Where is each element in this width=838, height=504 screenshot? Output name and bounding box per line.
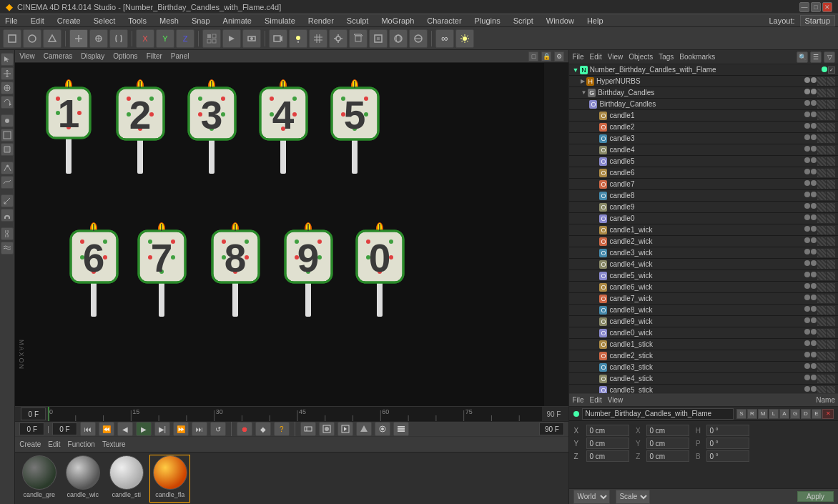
menu-simulate[interactable]: Simulate xyxy=(262,16,297,26)
attr-icon2[interactable]: R xyxy=(747,409,757,419)
playback-extra-btn[interactable] xyxy=(393,422,409,436)
menu-mograph[interactable]: MoGraph xyxy=(379,16,416,26)
om-item-candle3_stick[interactable]: O candle3_stick xyxy=(569,362,838,373)
sidebar-scale-btn[interactable] xyxy=(1,81,14,94)
om-item-candle9_wick[interactable]: O candle9_wick xyxy=(569,316,838,327)
om-item-candle4_stick[interactable]: O candle4_stick xyxy=(569,373,838,385)
attr-menu-view[interactable]: View xyxy=(608,396,623,404)
sidebar-measure-btn[interactable] xyxy=(1,194,14,207)
coord-h-input[interactable] xyxy=(706,425,749,436)
sidebar-edges-btn[interactable] xyxy=(1,129,14,142)
timeline-current-input[interactable] xyxy=(21,407,46,420)
sidebar-hair-btn[interactable] xyxy=(1,227,14,240)
mat-menu-create[interactable]: Create xyxy=(19,440,41,448)
om-item-candle5_wick[interactable]: O candle5_wick xyxy=(569,270,838,282)
coord-scale-select[interactable]: Scale Size xyxy=(616,490,650,504)
attr-name-input[interactable] xyxy=(582,408,734,420)
coord-z-rot-input[interactable] xyxy=(646,450,689,462)
rt-search-icon[interactable]: 🔍 xyxy=(797,51,808,63)
om-item-candle1_wick[interactable]: O candle1_wick xyxy=(569,224,838,236)
om-item-candle7_wick[interactable]: O candle7_wick xyxy=(569,293,838,305)
apply-button[interactable]: Apply xyxy=(797,491,834,502)
toolbar-poly-btn[interactable] xyxy=(202,29,221,48)
coord-y-pos-input[interactable] xyxy=(586,438,629,449)
menu-sculpt[interactable]: Sculpt xyxy=(345,16,371,26)
mat-menu-texture[interactable]: Texture xyxy=(102,440,126,448)
menu-plugins[interactable]: Plugins xyxy=(473,16,503,26)
attr-icon6[interactable]: G xyxy=(790,409,800,419)
viewport-canvas[interactable]: 1 xyxy=(15,63,568,406)
coord-x-rot-input[interactable] xyxy=(646,425,689,436)
playback-prev-frame-btn[interactable]: ◀ xyxy=(117,422,133,436)
playback-end-frame[interactable] xyxy=(539,423,564,435)
om-item-candle2_wick[interactable]: O candle2_wick xyxy=(569,236,838,247)
material-swatch-candle-fla[interactable]: candle_fla xyxy=(150,455,189,502)
coord-space-select[interactable]: World Local Object xyxy=(573,490,610,504)
playback-render-btn2[interactable] xyxy=(356,422,372,436)
om-item-candle1[interactable]: O candle1 xyxy=(569,110,838,122)
menu-character[interactable]: Character xyxy=(425,16,463,26)
toolbar-cam-btn[interactable] xyxy=(269,29,287,48)
toolbar-z-btn[interactable]: Z xyxy=(176,29,194,48)
toolbar-y-btn[interactable]: Y xyxy=(156,29,174,48)
toolbar-snap-btn[interactable] xyxy=(329,29,347,48)
playback-keyframe-btn[interactable]: ◆ xyxy=(255,422,271,436)
sidebar-move-btn[interactable] xyxy=(1,67,14,80)
om-item-birthday-candles[interactable]: ▼ G Birthday_Candles xyxy=(569,87,838,99)
vp-menu-panel[interactable]: Panel xyxy=(171,52,189,60)
coord-z-pos-input[interactable] xyxy=(586,450,629,462)
playback-start-frame[interactable] xyxy=(52,423,77,435)
om-item-candle5[interactable]: O candle5 xyxy=(569,156,838,167)
coord-b-input[interactable] xyxy=(706,450,749,462)
sidebar-polys-btn[interactable] xyxy=(1,143,14,156)
menu-tools[interactable]: Tools xyxy=(126,16,149,26)
om-item-candle9[interactable]: O candle9 xyxy=(569,202,838,213)
playback-prev-btn[interactable]: ⏪ xyxy=(99,422,114,436)
menu-file[interactable]: File xyxy=(3,16,20,26)
mat-menu-edit[interactable]: Edit xyxy=(48,440,60,448)
playback-anim-btn[interactable] xyxy=(300,422,316,436)
playback-record-btn[interactable]: ⏺ xyxy=(237,422,252,436)
menu-select[interactable]: Select xyxy=(92,16,118,26)
om-item-candle3[interactable]: O candle3 xyxy=(569,133,838,144)
attr-icon7[interactable]: D xyxy=(801,409,811,419)
sidebar-cloth-btn[interactable] xyxy=(1,242,14,255)
toolbar-scale-btn[interactable] xyxy=(89,29,108,48)
playback-render-anim-btn[interactable] xyxy=(319,422,335,436)
playback-skip-start-btn[interactable]: ⏮ xyxy=(80,422,96,436)
attr-icon8[interactable]: E xyxy=(812,409,822,419)
mat-menu-function[interactable]: Function xyxy=(68,440,95,448)
coord-y-rot-input[interactable] xyxy=(646,438,689,449)
om-item-candle6[interactable]: O candle6 xyxy=(569,167,838,179)
sidebar-rotate-btn[interactable] xyxy=(1,96,14,109)
vp-fullscreen-btn[interactable]: □ xyxy=(528,51,538,61)
maximize-button[interactable]: □ xyxy=(811,2,821,12)
attr-icon4[interactable]: L xyxy=(769,409,779,419)
rt-menu-edit[interactable]: Edit xyxy=(590,53,602,61)
toolbar-inf-btn[interactable]: ∞ xyxy=(435,29,454,48)
toolbar-side-btn[interactable] xyxy=(389,29,408,48)
rt-menu-tags[interactable]: Tags xyxy=(659,53,674,61)
vp-settings-btn[interactable]: ⚙ xyxy=(554,51,564,61)
rt-filter-icon[interactable]: ▽ xyxy=(824,51,835,63)
toolbar-top-btn[interactable] xyxy=(409,29,428,48)
toolbar-null-btn[interactable] xyxy=(23,29,41,48)
menu-snap[interactable]: Snap xyxy=(189,16,212,26)
timeline-ruler[interactable] xyxy=(48,407,542,421)
om-item-candle8_wick[interactable]: O candle8_wick xyxy=(569,305,838,316)
om-item-candle6_wick[interactable]: O candle6_wick xyxy=(569,282,838,293)
om-item-candle3_wick[interactable]: O candle3_wick xyxy=(569,247,838,259)
toolbar-grid-btn[interactable] xyxy=(309,29,327,48)
material-swatch-candle-gre[interactable]: candle_gre xyxy=(19,455,59,502)
menu-create[interactable]: Create xyxy=(55,16,83,26)
vp-menu-display[interactable]: Display xyxy=(81,52,104,60)
toolbar-x-btn[interactable]: X xyxy=(136,29,154,48)
minimize-button[interactable]: — xyxy=(799,2,809,12)
menu-help[interactable]: Help xyxy=(585,16,606,26)
attr-menu-file[interactable]: File xyxy=(572,396,583,404)
rt-list-icon[interactable]: ☰ xyxy=(810,51,822,63)
layout-value[interactable]: Startup xyxy=(800,15,835,26)
material-swatch-candle-sti[interactable]: candle_sti xyxy=(107,455,146,502)
rt-menu-objects[interactable]: Objects xyxy=(628,53,653,61)
sidebar-magnet-btn[interactable] xyxy=(1,209,14,222)
